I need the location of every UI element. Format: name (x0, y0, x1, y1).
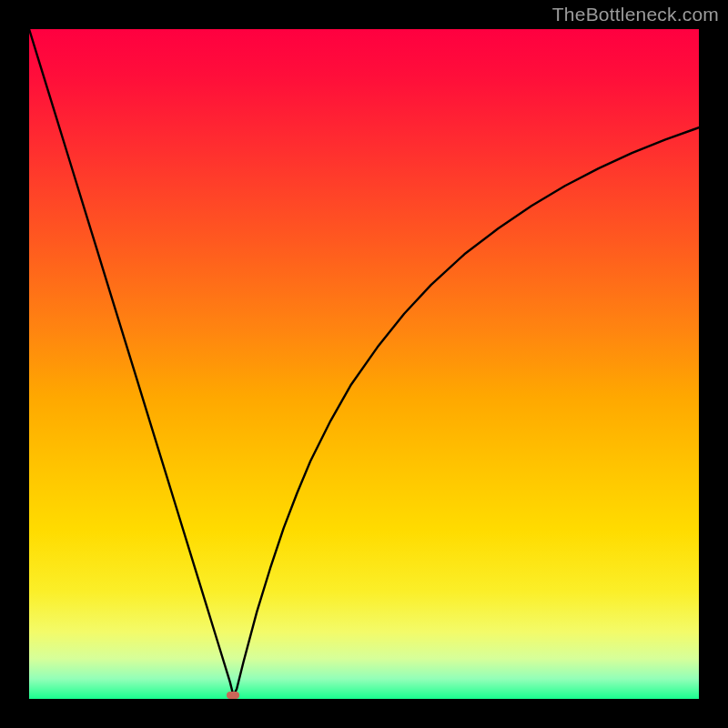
curve-svg (29, 29, 699, 699)
bottleneck-curve (29, 29, 699, 695)
plot-area (29, 29, 699, 699)
watermark: TheBottleneck.com (552, 4, 719, 25)
chart-frame: TheBottleneck.com (0, 0, 728, 728)
min-point-marker (227, 692, 239, 699)
